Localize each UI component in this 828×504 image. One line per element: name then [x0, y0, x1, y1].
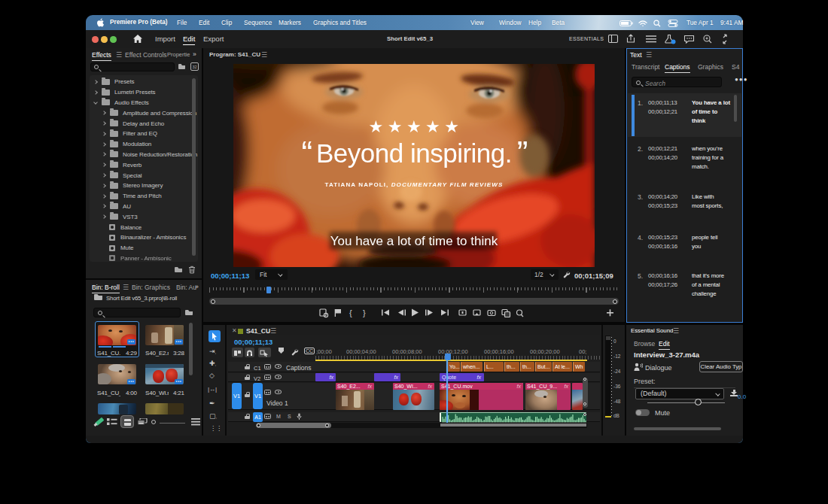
svg-text:}: }	[363, 308, 366, 317]
svg-text:{: {	[349, 308, 352, 317]
